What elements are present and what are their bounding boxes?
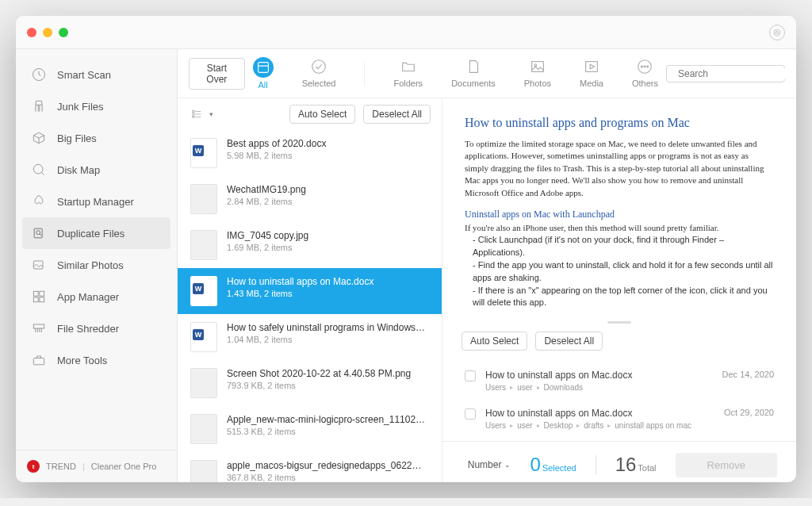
- svg-rect-11: [258, 63, 268, 73]
- preview-title: How to uninstall apps and programs on Ma…: [465, 116, 774, 130]
- sidebar-item-label: File Shredder: [57, 323, 119, 335]
- file-row[interactable]: IMG_7045 copy.jpg1.69 MB, 2 items: [178, 222, 442, 268]
- duplicate-date: Dec 14, 2020: [722, 370, 774, 379]
- file-preview: How to uninstall apps and programs on Ma…: [442, 98, 796, 321]
- start-over-button[interactable]: Start Over: [189, 58, 245, 90]
- sidebar-item-duplicate-files[interactable]: Duplicate Files: [22, 217, 170, 249]
- file-meta: 5.98 MB, 2 items: [227, 151, 429, 160]
- file-meta: 1.04 MB, 2 items: [227, 335, 429, 344]
- number-dropdown[interactable]: Number ⌄: [468, 459, 511, 470]
- brand-product: Cleaner One Pro: [91, 462, 157, 471]
- file-list-panel: ▾ Auto Select Deselect All Best apps of …: [178, 98, 442, 482]
- dup-deselect-all-button[interactable]: Deselect All: [535, 332, 603, 351]
- titlebar: ◎: [16, 16, 796, 49]
- remove-button[interactable]: Remove: [676, 453, 777, 477]
- tab-label: Documents: [451, 79, 496, 88]
- check-circle-icon: [309, 57, 328, 76]
- svg-rect-7: [33, 297, 38, 302]
- chevron-down-icon[interactable]: ▾: [209, 110, 213, 118]
- sidebar-item-junk-files[interactable]: Junk Files: [16, 90, 177, 122]
- file-row[interactable]: apple_macos-bigsur_redesignedapps_0622…3…: [178, 452, 442, 482]
- brush-icon: [30, 98, 48, 115]
- tab-others[interactable]: Others: [632, 57, 658, 90]
- brand-footer: t TREND | Cleaner One Pro: [16, 450, 177, 482]
- svg-point-17: [642, 66, 643, 67]
- detail-panel: How to uninstall apps and programs on Ma…: [442, 98, 796, 482]
- duplicate-name: How to uninstall apps on Mac.docx: [485, 408, 714, 419]
- tab-label: All: [259, 80, 268, 90]
- tab-selected[interactable]: Selected: [302, 57, 336, 90]
- file-row[interactable]: How to uninstall apps on Mac.docx1.43 MB…: [178, 268, 442, 314]
- sidebar-item-more-tools[interactable]: More Tools: [16, 344, 177, 376]
- svg-point-12: [312, 60, 326, 74]
- trend-badge-icon: t: [27, 460, 40, 473]
- duplicate-row: How to uninstall apps on Mac.docxUsers▸u…: [462, 362, 777, 400]
- app-window: ◎ Smart Scan Junk Files Big Files D: [16, 16, 796, 482]
- tab-folders[interactable]: Folders: [393, 57, 423, 90]
- close-icon[interactable]: [27, 28, 36, 37]
- sidebar-item-app-manager[interactable]: App Manager: [16, 281, 177, 312]
- file-thumb-icon: [190, 230, 217, 260]
- preview-bullet: Find the app you want to uninstall, clic…: [473, 259, 774, 284]
- duplicate-actions: Auto Select Deselect All: [442, 324, 796, 358]
- svg-point-18: [645, 66, 646, 67]
- tab-photos[interactable]: Photos: [524, 57, 551, 90]
- checkbox[interactable]: [465, 370, 476, 381]
- file-name: Best apps of 2020.docx: [227, 138, 429, 149]
- media-icon: [582, 57, 601, 76]
- dup-auto-select-button[interactable]: Auto Select: [462, 332, 527, 351]
- box-icon: [30, 129, 48, 147]
- auto-select-button[interactable]: Auto Select: [289, 105, 355, 124]
- sidebar-item-file-shredder[interactable]: File Shredder: [16, 312, 177, 344]
- tab-media[interactable]: Media: [580, 57, 603, 90]
- sidebar-item-label: Disk Map: [57, 164, 100, 176]
- svg-point-19: [647, 66, 649, 67]
- tab-label: Others: [632, 79, 658, 88]
- svg-rect-6: [40, 291, 44, 296]
- file-row[interactable]: Apple_new-mac-mini-logicpro-screen_11102…: [178, 406, 442, 452]
- total-count: 16 Total: [615, 454, 657, 476]
- search-input[interactable]: [678, 68, 796, 79]
- svg-rect-21: [193, 110, 194, 112]
- filelist-header: ▾ Auto Select Deselect All: [178, 98, 442, 130]
- file-meta: 793.9 KB, 2 items: [227, 381, 429, 390]
- deselect-all-button[interactable]: Deselect All: [363, 105, 431, 124]
- checkbox[interactable]: [465, 408, 476, 420]
- preview-para: If you're also an iPhone user, then this…: [465, 222, 774, 234]
- file-thumb-icon: [190, 460, 217, 482]
- search-box[interactable]: [666, 65, 785, 82]
- minimize-icon[interactable]: [43, 28, 52, 37]
- tab-documents[interactable]: Documents: [451, 57, 496, 90]
- file-meta: 2.84 MB, 2 items: [227, 197, 429, 206]
- sidebar-item-startup-manager[interactable]: Startup Manager: [16, 186, 177, 217]
- apps-icon: [30, 288, 48, 305]
- file-row[interactable]: Screen Shot 2020-10-22 at 4.40.58 PM.png…: [178, 360, 442, 406]
- sidebar-item-similar-photos[interactable]: Similar Photos: [16, 249, 177, 281]
- view-mode-icon[interactable]: [189, 107, 205, 121]
- svg-rect-15: [586, 62, 598, 72]
- brand-separator: |: [82, 462, 85, 471]
- file-thumb-icon: [190, 276, 217, 306]
- file-meta: 1.69 MB, 2 items: [227, 243, 429, 252]
- toolbox-icon: [30, 351, 48, 369]
- duplicate-list: How to uninstall apps on Mac.docxUsers▸u…: [442, 358, 796, 441]
- file-rows: Best apps of 2020.docx5.98 MB, 2 itemsWe…: [178, 130, 442, 482]
- svg-rect-22: [193, 113, 194, 115]
- sidebar-item-label: Junk Files: [57, 101, 104, 113]
- file-row[interactable]: WechatIMG19.png2.84 MB, 2 items: [178, 176, 442, 222]
- search-disk-icon: [30, 161, 48, 178]
- sidebar-item-smart-scan[interactable]: Smart Scan: [16, 59, 177, 90]
- maximize-icon[interactable]: [59, 28, 68, 37]
- file-name: Screen Shot 2020-10-22 at 4.40.58 PM.png: [227, 368, 429, 379]
- svg-rect-8: [40, 297, 44, 302]
- file-name: WechatIMG19.png: [227, 184, 429, 195]
- tab-label: Selected: [302, 79, 336, 88]
- preview-bullet: If there is an "x" appearing on the top …: [473, 285, 774, 309]
- sidebar-item-disk-map[interactable]: Disk Map: [16, 154, 177, 186]
- file-row[interactable]: Best apps of 2020.docx5.98 MB, 2 items: [178, 130, 442, 176]
- file-row[interactable]: How to safely uninstall programs in Wind…: [178, 314, 442, 360]
- tab-all[interactable]: All: [253, 57, 274, 90]
- file-name: apple_macos-bigsur_redesignedapps_0622…: [227, 460, 429, 471]
- sidebar-item-big-files[interactable]: Big Files: [16, 122, 177, 154]
- brand-vendor: TREND: [46, 462, 76, 471]
